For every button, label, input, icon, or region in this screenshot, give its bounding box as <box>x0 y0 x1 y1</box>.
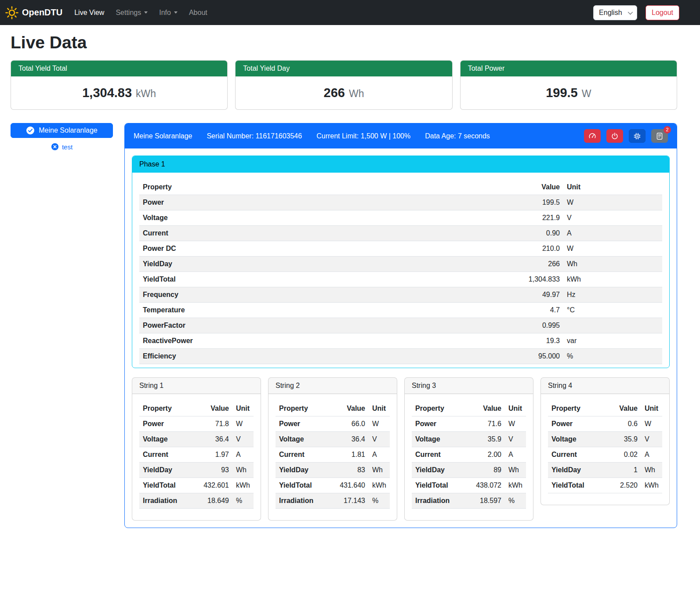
table-row: YieldDay 93 Wh <box>139 463 254 478</box>
sun-icon <box>5 6 18 19</box>
table-row: Current 0.02 A <box>548 447 662 463</box>
table-row: Power 71.6 W <box>412 416 526 432</box>
nav-settings[interactable]: Settings <box>110 5 153 20</box>
nav-about[interactable]: About <box>183 5 213 20</box>
property-cell: Power DC <box>139 241 506 257</box>
string-2-body: Property Value Unit Power <box>268 394 397 520</box>
value-cell: 210.0 <box>506 241 563 257</box>
property-cell: Irradiation <box>412 493 472 509</box>
table-row: YieldTotal 2.520 kWh <box>548 478 662 493</box>
property-cell: YieldDay <box>276 463 336 478</box>
inverter-sidebar: Meine Solaranlage test <box>11 123 113 151</box>
table-row: Power 66.0 W <box>276 416 390 432</box>
unit-cell: V <box>563 210 662 226</box>
speedometer-icon <box>588 132 596 140</box>
value-cell: 66.0 <box>336 416 369 432</box>
limit-settings-button[interactable] <box>584 129 601 143</box>
table-row: Voltage 36.4 V <box>276 432 390 447</box>
data-age: Data Age: 7 seconds <box>425 132 490 140</box>
card-total-power: Total Power 199.5W <box>460 60 677 110</box>
property-cell: Power <box>139 416 200 432</box>
string-1-body: Property Value Unit Power <box>132 394 261 520</box>
chevron-down-icon <box>174 11 178 14</box>
brand-link[interactable]: OpenDTU <box>5 6 62 19</box>
string-3-card: String 3 Property Value Unit <box>404 377 533 521</box>
property-cell: Power <box>276 416 336 432</box>
value-cell: 1.81 <box>336 447 369 463</box>
property-cell: Temperature <box>139 303 506 318</box>
value-cell: 18.597 <box>472 493 505 509</box>
column-header-property: Property <box>276 401 336 416</box>
unit-cell: A <box>563 226 662 241</box>
table-row: YieldDay 89 Wh <box>412 463 526 478</box>
unit-cell: Wh <box>505 463 526 478</box>
string-3-table: Property Value Unit Power <box>412 401 526 509</box>
property-cell: Voltage <box>139 432 200 447</box>
value-cell: 221.9 <box>506 210 563 226</box>
inverter-actions: 2 <box>584 129 668 143</box>
table-row: Current 2.00 A <box>412 447 526 463</box>
total-yield-total-value: 1,304.83 <box>82 86 132 100</box>
property-cell: Power <box>139 195 506 210</box>
table-row: Voltage 35.9 V <box>412 432 526 447</box>
card-title: Total Yield Day <box>236 61 452 76</box>
column-header-property: Property <box>548 401 609 416</box>
value-cell: 36.4 <box>200 432 232 447</box>
nav-live-view[interactable]: Live View <box>69 5 110 20</box>
value-cell: 71.6 <box>472 416 505 432</box>
string-1-title: String 1 <box>132 378 261 394</box>
value-cell: 1 <box>609 463 641 478</box>
property-cell: YieldTotal <box>412 478 472 493</box>
language-select[interactable]: English <box>593 5 637 20</box>
property-cell: Irradiation <box>276 493 336 509</box>
string-1-card: String 1 Property Value Unit <box>132 377 261 521</box>
property-cell: Power <box>412 416 472 432</box>
table-header-row: Property Value Unit <box>276 401 390 416</box>
table-row: Power 0.6 W <box>548 416 662 432</box>
table-row: Power 71.8 W <box>139 416 254 432</box>
table-header-row: Property Value Unit <box>139 180 662 195</box>
unit-cell: W <box>563 195 662 210</box>
table-row: Current 1.97 A <box>139 447 254 463</box>
property-cell: Voltage <box>548 432 609 447</box>
string-4-body: Property Value Unit Power <box>541 394 669 505</box>
page-title: Live Data <box>11 33 677 52</box>
value-cell: 1,304.833 <box>506 272 563 287</box>
value-cell: 93 <box>200 463 232 478</box>
inverter-item-test[interactable]: test <box>11 143 113 151</box>
unit-cell: W <box>563 241 662 257</box>
value-cell: 18.649 <box>200 493 232 509</box>
card-title: Total Yield Total <box>11 61 227 76</box>
value-cell: 0.02 <box>609 447 641 463</box>
nav-settings-label: Settings <box>116 9 141 17</box>
unit-cell: kWh <box>232 478 254 493</box>
value-cell: 89 <box>472 463 505 478</box>
event-log-button[interactable]: 2 <box>651 129 668 143</box>
column-header-value: Value <box>200 401 232 416</box>
property-cell: Voltage <box>276 432 336 447</box>
power-settings-button[interactable] <box>606 129 623 143</box>
string-4-title: String 4 <box>541 378 669 394</box>
event-count-badge: 2 <box>664 126 671 134</box>
table-header-row: Property Value Unit <box>412 401 526 416</box>
table-row: Current 0.90 A <box>139 226 662 241</box>
property-cell: YieldDay <box>412 463 472 478</box>
unit-cell: A <box>505 447 526 463</box>
inverter-info-button[interactable] <box>629 129 646 143</box>
unit-cell: kWh <box>505 478 526 493</box>
unit-cell: kWh <box>563 272 662 287</box>
string-4-card: String 4 Property Value Unit <box>540 377 670 505</box>
value-cell: 4.7 <box>506 303 563 318</box>
value-cell: 0.6 <box>609 416 641 432</box>
column-header-value: Value <box>609 401 641 416</box>
x-circle-icon <box>51 143 59 151</box>
inverter-select-button[interactable]: Meine Solaranlage <box>11 123 113 138</box>
unit-cell: var <box>563 333 662 349</box>
card-title: Total Power <box>461 61 677 76</box>
nav-info[interactable]: Info <box>153 5 183 20</box>
nav-about-label: About <box>189 9 207 17</box>
table-row: YieldDay 83 Wh <box>276 463 390 478</box>
logout-button[interactable]: Logout <box>646 5 679 20</box>
unit-cell: Hz <box>563 287 662 303</box>
value-cell: 95.000 <box>506 349 563 364</box>
